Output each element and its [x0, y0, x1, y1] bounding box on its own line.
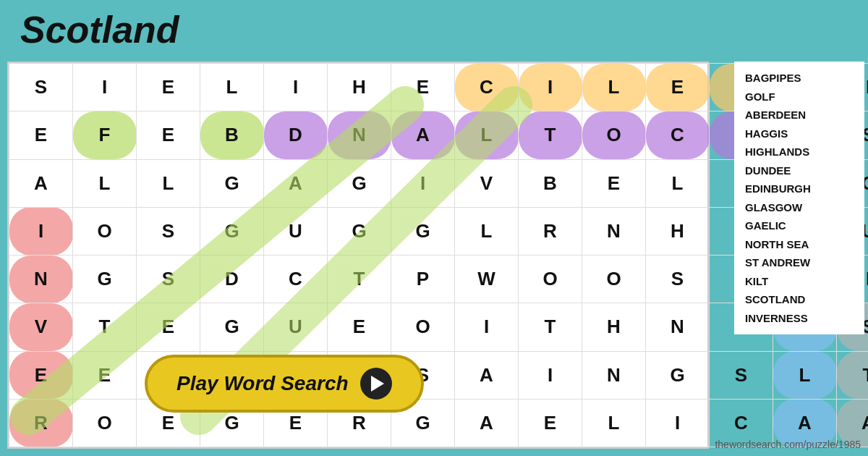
watermark: thewordsearch.com/puzzle/1985	[715, 439, 861, 450]
grid-cell: H	[646, 207, 710, 255]
grid-cell: D	[264, 111, 328, 159]
play-word-search-button[interactable]: Play Word Search	[145, 355, 424, 413]
grid-cell: A	[455, 399, 519, 447]
grid-cell: C	[455, 64, 519, 111]
grid-cell: I	[9, 207, 73, 255]
play-icon	[360, 368, 392, 400]
grid-cell: E	[9, 351, 73, 399]
grid-cell: T	[519, 303, 582, 351]
grid-cell: E	[582, 159, 646, 207]
grid-cell: S	[137, 207, 200, 255]
grid-cell: U	[264, 207, 328, 255]
word-list-item: KILT	[745, 272, 854, 291]
grid-cell: H	[328, 64, 391, 111]
grid-cell: N	[582, 207, 646, 255]
grid-cell: I	[519, 64, 582, 111]
grid-cell: G	[391, 207, 455, 255]
grid-cell: L	[582, 64, 646, 111]
grid-cell: G	[73, 256, 137, 303]
grid-cell: C	[646, 111, 710, 159]
grid-cell: G	[328, 159, 391, 207]
grid-cell: B	[200, 111, 264, 159]
grid-cell: I	[519, 351, 582, 399]
word-list-item: INVERNESS	[745, 309, 854, 328]
grid-cell: E	[137, 64, 200, 111]
grid-cell: G	[328, 207, 391, 255]
grid-cell: P	[391, 256, 455, 303]
grid-cell: E	[646, 64, 710, 111]
grid-cell: G	[646, 351, 710, 399]
grid-cell: E	[328, 303, 391, 351]
grid-cell: L	[73, 159, 137, 207]
grid-cell: T	[837, 351, 869, 399]
grid-cell: H	[582, 303, 646, 351]
grid-cell: R	[9, 399, 73, 447]
grid-cell: T	[328, 256, 391, 303]
grid-cell: O	[73, 207, 137, 255]
word-list-item: BAGPIPES	[745, 69, 854, 88]
word-list-item: DUNDEE	[745, 161, 854, 180]
grid-cell: I	[391, 159, 455, 207]
word-list-item: ABERDEEN	[745, 106, 854, 124]
grid-cell: A	[9, 159, 73, 207]
word-list-item: GLASGOW	[745, 198, 854, 217]
word-list-item: ST ANDREW	[745, 253, 854, 272]
grid-cell: B	[519, 159, 582, 207]
grid-cell: S	[646, 256, 710, 303]
grid-cell: S	[137, 256, 200, 303]
grid-cell: L	[646, 159, 710, 207]
word-list: BAGPIPESGOLFABERDEENHAGGISHIGHLANDSDUNDE…	[734, 62, 864, 334]
grid-cell: I	[646, 399, 710, 447]
grid-cell: L	[200, 64, 264, 111]
word-list-item: EDINBURGH	[745, 180, 854, 198]
grid-cell: E	[9, 111, 73, 159]
grid-cell: L	[455, 207, 519, 255]
grid-cell: C	[264, 256, 328, 303]
grid-cell: O	[582, 111, 646, 159]
grid-cell: E	[519, 399, 582, 447]
grid-cell: I	[73, 64, 137, 111]
word-list-item: HAGGIS	[745, 124, 854, 143]
word-list-item: NORTH SEA	[745, 235, 854, 254]
grid-cell: N	[328, 111, 391, 159]
grid-cell: E	[391, 64, 455, 111]
grid-cell: A	[264, 159, 328, 207]
grid-cell: F	[73, 111, 137, 159]
grid-cell: A	[455, 351, 519, 399]
grid-cell: O	[391, 303, 455, 351]
grid-cell: W	[455, 256, 519, 303]
grid-cell: E	[137, 303, 200, 351]
grid-cell: I	[455, 303, 519, 351]
grid-cell: G	[200, 303, 264, 351]
grid-cell: R	[519, 207, 582, 255]
grid-cell: O	[582, 256, 646, 303]
grid-cell: N	[582, 351, 646, 399]
grid-cell: G	[200, 207, 264, 255]
grid-cell: V	[9, 303, 73, 351]
grid-cell: T	[73, 303, 137, 351]
grid-cell: L	[773, 351, 837, 399]
word-list-item: SCOTLAND	[745, 290, 854, 309]
grid-cell: U	[264, 303, 328, 351]
grid-cell: T	[519, 111, 582, 159]
word-list-item: GAELIC	[745, 216, 854, 235]
word-list-item: HIGHLANDS	[745, 143, 854, 161]
grid-cell: L	[582, 399, 646, 447]
grid-cell: G	[200, 159, 264, 207]
grid-cell: V	[455, 159, 519, 207]
table-row: EEOGSESAINGSLT	[9, 351, 869, 399]
grid-cell: N	[646, 303, 710, 351]
page-title: Scotland	[20, 8, 179, 51]
grid-cell: E	[137, 111, 200, 159]
grid-cell: N	[9, 256, 73, 303]
grid-cell: I	[264, 64, 328, 111]
grid-cell: L	[137, 159, 200, 207]
word-list-item: GOLF	[745, 88, 854, 106]
grid-cell: O	[73, 399, 137, 447]
play-button-label: Play Word Search	[176, 372, 349, 395]
grid-cell: S	[710, 351, 773, 399]
grid-cell: S	[9, 64, 73, 111]
grid-cell: L	[455, 111, 519, 159]
grid-cell: E	[73, 351, 137, 399]
grid-cell: O	[519, 256, 582, 303]
